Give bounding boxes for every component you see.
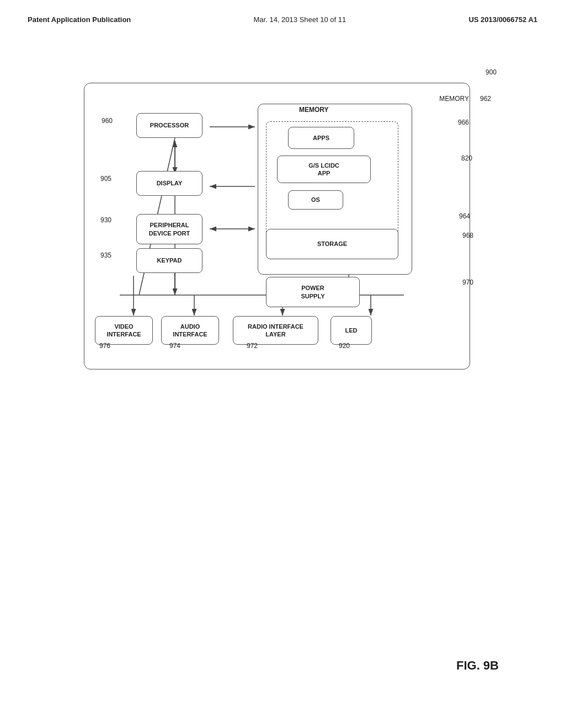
ref-905: 905 <box>100 175 111 183</box>
memory-label-text: MEMORY <box>439 95 469 103</box>
ref-820: 820 <box>461 154 472 162</box>
figure-caption: FIG. 9B <box>456 659 499 673</box>
video-interface-box: VIDEOINTERFACE <box>95 316 153 345</box>
ref-962: 962 <box>480 95 491 103</box>
ref-920: 920 <box>339 342 350 350</box>
ref-968: 968 <box>462 232 473 239</box>
ref-930: 930 <box>100 216 111 224</box>
ref-970: 970 <box>462 279 473 286</box>
display-box: DISPLAY <box>136 171 202 196</box>
apps-box: APPS <box>288 127 354 149</box>
ref-972: 972 <box>247 342 258 350</box>
gs-lcidc-box: G/S LCIDCAPP <box>277 156 371 183</box>
storage-box: STORAGE <box>266 229 398 259</box>
memory-title: MEMORY <box>299 106 329 114</box>
ref-935: 935 <box>100 251 111 259</box>
ref-964: 964 <box>459 212 470 220</box>
ref-974: 974 <box>169 342 180 350</box>
audio-interface-box: AUDIOINTERFACE <box>161 316 219 345</box>
ref-976: 976 <box>99 342 110 350</box>
header-left: Patent Application Publication <box>28 15 131 24</box>
power-supply-box: POWERSUPPLY <box>266 277 360 307</box>
header-right: US 2013/0066752 A1 <box>468 15 537 24</box>
ref-966: 966 <box>458 119 469 126</box>
page-header: Patent Application Publication Mar. 14, … <box>0 0 565 24</box>
led-box: LED <box>331 316 372 345</box>
header-center: Mar. 14, 2013 Sheet 10 of 11 <box>254 15 347 24</box>
processor-box: PROCESSOR <box>136 113 202 138</box>
radio-interface-layer-box: RADIO INTERFACELAYER <box>233 316 318 345</box>
os-box: OS <box>288 190 343 210</box>
keypad-box: KEYPAD <box>136 248 202 273</box>
ref-900: 900 <box>486 68 497 76</box>
ref-960: 960 <box>102 117 113 125</box>
diagram-area: 900 PROCESSOR 960 MEMORY 962 APPS 966 G/… <box>84 66 481 375</box>
peripheral-box: PERIPHERALDEVICE PORT <box>136 214 202 244</box>
